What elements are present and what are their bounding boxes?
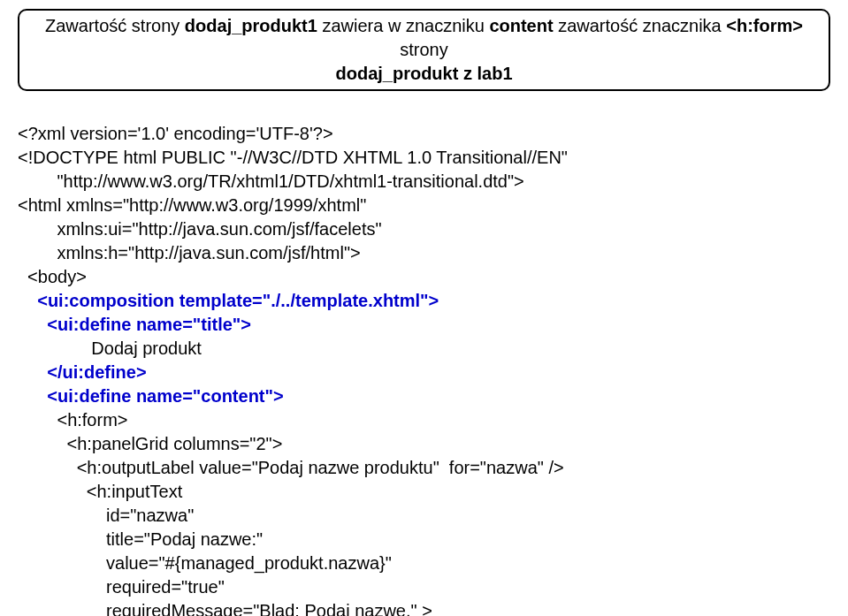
code-line: id="nazwa" — [18, 506, 194, 525]
code-line: requiredMessage="Blad: Podaj nazwe." > — [18, 601, 432, 616]
code-line: required="true" — [18, 577, 225, 597]
header-line-1: Zawartość strony dodaj_produkt1 zawiera … — [28, 14, 820, 62]
code-line: title="Podaj nazwe:" — [18, 529, 263, 549]
code-line: <!DOCTYPE html PUBLIC "-//W3C//DTD XHTML… — [18, 148, 568, 167]
header-bold: dodaj_produkt1 — [185, 16, 317, 35]
code-line: <html xmlns="http://www.w3.org/1999/xhtm… — [18, 195, 366, 215]
header-text: zawartość znacznika — [554, 16, 727, 35]
code-line-blue: </ui:define> — [18, 362, 147, 382]
header-bold: <h:form> — [726, 16, 803, 35]
header-text: strony — [400, 40, 447, 59]
code-line: <?xml version='1.0' encoding='UTF-8'?> — [18, 124, 333, 143]
code-block: <?xml version='1.0' encoding='UTF-8'?> <… — [18, 98, 830, 616]
code-line: value="#{managed_produkt.nazwa}" — [18, 553, 392, 573]
code-line: xmlns:h="http://java.sun.com/jsf/html"> — [18, 243, 361, 262]
header-line-2: dodaj_produkt z lab1 — [28, 62, 820, 86]
code-line: <body> — [18, 267, 87, 286]
header-bold: content — [489, 16, 553, 35]
header-bold: dodaj_produkt z lab1 — [335, 64, 512, 83]
header-text: Zawartość strony — [45, 16, 185, 35]
code-line: "http://www.w3.org/TR/xhtml1/DTD/xhtml1-… — [18, 171, 524, 191]
code-line: xmlns:ui="http://java.sun.com/jsf/facele… — [18, 219, 382, 239]
header-box: Zawartość strony dodaj_produkt1 zawiera … — [18, 9, 830, 91]
code-line: <h:panelGrid columns="2"> — [18, 434, 282, 453]
code-line: <h:inputText — [18, 482, 182, 501]
code-line: <h:form> — [18, 410, 128, 430]
code-line-blue: <ui:define name="content"> — [18, 386, 284, 406]
code-line-blue: <ui:composition template="./../template.… — [18, 291, 439, 310]
code-line-blue: <ui:define name="title"> — [18, 315, 251, 334]
code-line: <h:outputLabel value="Podaj nazwe produk… — [18, 458, 564, 477]
code-line: Dodaj produkt — [18, 338, 202, 358]
header-text: zawiera w znaczniku — [317, 16, 490, 35]
